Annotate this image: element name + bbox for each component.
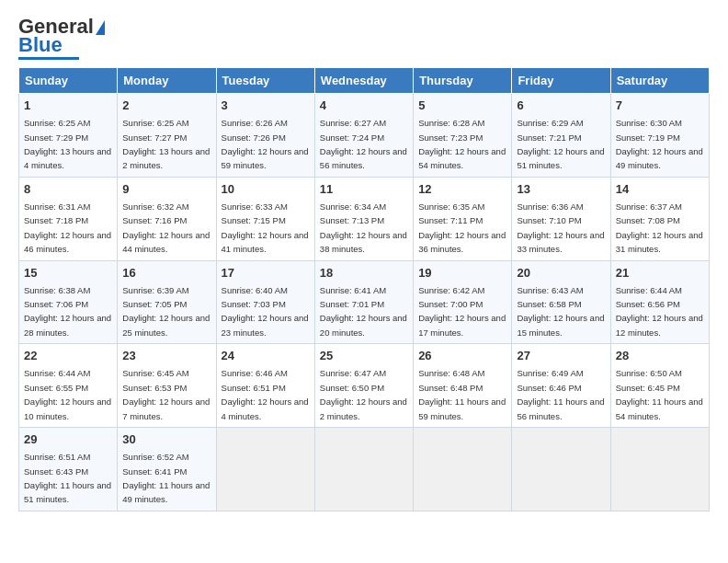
day-number: 10 [222, 181, 310, 198]
day-number: 25 [320, 348, 408, 364]
calendar-cell: 13 Sunrise: 6:36 AMSunset: 7:10 PMDaylig… [512, 177, 610, 260]
day-number: 9 [122, 181, 210, 198]
day-info: Sunrise: 6:49 AMSunset: 6:46 PMDaylight:… [517, 368, 604, 420]
calendar-cell: 19 Sunrise: 6:42 AMSunset: 7:00 PMDaylig… [414, 260, 512, 344]
day-number: 7 [616, 98, 704, 114]
day-number: 19 [418, 265, 506, 282]
day-number: 5 [418, 98, 506, 114]
calendar-cell: 4 Sunrise: 6:27 AMSunset: 7:24 PMDayligh… [314, 94, 413, 178]
calendar-cell: 2 Sunrise: 6:25 AMSunset: 7:27 PMDayligh… [118, 94, 216, 178]
day-info: Sunrise: 6:25 AMSunset: 7:27 PMDaylight:… [122, 118, 210, 170]
calendar-cell: 17 Sunrise: 6:40 AMSunset: 7:03 PMDaylig… [216, 260, 314, 344]
calendar-cell: 10 Sunrise: 6:33 AMSunset: 7:15 PMDaylig… [216, 177, 314, 260]
calendar-cell: 25 Sunrise: 6:47 AMSunset: 6:50 PMDaylig… [314, 344, 413, 428]
day-info: Sunrise: 6:50 AMSunset: 6:45 PMDaylight:… [616, 368, 703, 420]
day-info: Sunrise: 6:42 AMSunset: 7:00 PMDaylight:… [418, 285, 506, 338]
calendar-cell: 5 Sunrise: 6:28 AMSunset: 7:23 PMDayligh… [414, 94, 512, 178]
calendar-cell: 6 Sunrise: 6:29 AMSunset: 7:21 PMDayligh… [512, 94, 610, 178]
day-info: Sunrise: 6:34 AMSunset: 7:13 PMDaylight:… [320, 201, 407, 254]
day-info: Sunrise: 6:36 AMSunset: 7:10 PMDaylight:… [517, 201, 604, 254]
day-info: Sunrise: 6:33 AMSunset: 7:15 PMDaylight:… [222, 201, 309, 254]
col-header-wednesday: Wednesday [314, 68, 413, 94]
day-info: Sunrise: 6:48 AMSunset: 6:48 PMDaylight:… [418, 368, 506, 420]
day-number: 22 [24, 348, 112, 364]
calendar-cell: 16 Sunrise: 6:39 AMSunset: 7:05 PMDaylig… [118, 260, 216, 344]
day-number: 8 [24, 181, 112, 198]
day-info: Sunrise: 6:28 AMSunset: 7:23 PMDaylight:… [418, 118, 506, 170]
day-number: 29 [24, 431, 112, 448]
day-number: 27 [517, 348, 605, 364]
calendar-cell: 8 Sunrise: 6:31 AMSunset: 7:18 PMDayligh… [19, 177, 118, 260]
calendar-cell: 23 Sunrise: 6:45 AMSunset: 6:53 PMDaylig… [118, 344, 216, 428]
day-number: 14 [616, 181, 704, 198]
col-header-monday: Monday [118, 68, 216, 94]
calendar-cell: 28 Sunrise: 6:50 AMSunset: 6:45 PMDaylig… [610, 344, 709, 428]
day-number: 3 [222, 98, 310, 114]
day-number: 4 [320, 98, 408, 114]
calendar-cell: 24 Sunrise: 6:46 AMSunset: 6:51 PMDaylig… [216, 344, 314, 428]
day-info: Sunrise: 6:46 AMSunset: 6:51 PMDaylight:… [222, 368, 309, 420]
day-info: Sunrise: 6:29 AMSunset: 7:21 PMDaylight:… [517, 118, 604, 170]
day-number: 28 [616, 348, 704, 364]
calendar-cell: 3 Sunrise: 6:26 AMSunset: 7:26 PMDayligh… [216, 94, 314, 178]
calendar-cell [414, 428, 512, 511]
calendar-cell [610, 428, 709, 511]
day-number: 26 [418, 348, 506, 364]
week-row-2: 8 Sunrise: 6:31 AMSunset: 7:18 PMDayligh… [19, 177, 710, 260]
day-info: Sunrise: 6:26 AMSunset: 7:26 PMDaylight:… [222, 118, 309, 170]
day-info: Sunrise: 6:51 AMSunset: 6:43 PMDaylight:… [24, 452, 111, 504]
day-info: Sunrise: 6:25 AMSunset: 7:29 PMDaylight:… [24, 118, 111, 170]
week-row-5: 29 Sunrise: 6:51 AMSunset: 6:43 PMDaylig… [19, 428, 710, 511]
calendar-cell: 21 Sunrise: 6:44 AMSunset: 6:56 PMDaylig… [610, 260, 709, 344]
calendar-cell: 26 Sunrise: 6:48 AMSunset: 6:48 PMDaylig… [414, 344, 512, 428]
calendar-cell: 27 Sunrise: 6:49 AMSunset: 6:46 PMDaylig… [512, 344, 610, 428]
col-header-saturday: Saturday [610, 68, 709, 94]
calendar-cell: 18 Sunrise: 6:41 AMSunset: 7:01 PMDaylig… [314, 260, 413, 344]
day-info: Sunrise: 6:35 AMSunset: 7:11 PMDaylight:… [418, 201, 506, 254]
day-info: Sunrise: 6:30 AMSunset: 7:19 PMDaylight:… [616, 118, 703, 170]
day-info: Sunrise: 6:38 AMSunset: 7:06 PMDaylight:… [24, 285, 111, 338]
calendar-cell: 1 Sunrise: 6:25 AMSunset: 7:29 PMDayligh… [19, 94, 118, 178]
day-number: 30 [122, 431, 210, 448]
day-number: 20 [517, 265, 605, 282]
header: General Blue [18, 15, 710, 60]
day-number: 2 [122, 98, 210, 114]
day-number: 16 [122, 265, 210, 282]
calendar-cell: 20 Sunrise: 6:43 AMSunset: 6:58 PMDaylig… [512, 260, 610, 344]
logo: General Blue [18, 15, 105, 60]
calendar-cell [512, 428, 610, 511]
calendar-cell: 7 Sunrise: 6:30 AMSunset: 7:19 PMDayligh… [610, 94, 709, 178]
day-number: 11 [320, 181, 408, 198]
day-number: 18 [320, 265, 408, 282]
col-header-friday: Friday [512, 68, 610, 94]
calendar-cell [216, 428, 314, 511]
calendar-cell [314, 428, 413, 511]
week-row-4: 22 Sunrise: 6:44 AMSunset: 6:55 PMDaylig… [19, 344, 710, 428]
day-info: Sunrise: 6:47 AMSunset: 6:50 PMDaylight:… [320, 368, 407, 420]
calendar-cell: 15 Sunrise: 6:38 AMSunset: 7:06 PMDaylig… [19, 260, 118, 344]
day-info: Sunrise: 6:44 AMSunset: 6:55 PMDaylight:… [24, 368, 111, 420]
day-info: Sunrise: 6:39 AMSunset: 7:05 PMDaylight:… [122, 285, 210, 338]
day-number: 6 [517, 98, 605, 114]
calendar-cell: 14 Sunrise: 6:37 AMSunset: 7:08 PMDaylig… [610, 177, 709, 260]
day-number: 15 [24, 265, 112, 282]
week-row-1: 1 Sunrise: 6:25 AMSunset: 7:29 PMDayligh… [19, 94, 710, 178]
day-number: 1 [24, 98, 112, 114]
calendar-cell: 30 Sunrise: 6:52 AMSunset: 6:41 PMDaylig… [118, 428, 216, 511]
week-row-3: 15 Sunrise: 6:38 AMSunset: 7:06 PMDaylig… [19, 260, 710, 344]
col-header-thursday: Thursday [414, 68, 512, 94]
calendar-cell: 22 Sunrise: 6:44 AMSunset: 6:55 PMDaylig… [19, 344, 118, 428]
day-number: 24 [222, 348, 310, 364]
day-number: 17 [222, 265, 310, 282]
day-info: Sunrise: 6:32 AMSunset: 7:16 PMDaylight:… [122, 201, 210, 254]
day-info: Sunrise: 6:43 AMSunset: 6:58 PMDaylight:… [517, 285, 604, 338]
day-number: 12 [418, 181, 506, 198]
calendar-cell: 12 Sunrise: 6:35 AMSunset: 7:11 PMDaylig… [414, 177, 512, 260]
day-info: Sunrise: 6:52 AMSunset: 6:41 PMDaylight:… [122, 452, 210, 504]
col-header-sunday: Sunday [19, 68, 118, 94]
day-number: 13 [517, 181, 605, 198]
day-info: Sunrise: 6:37 AMSunset: 7:08 PMDaylight:… [616, 201, 703, 254]
calendar-cell: 11 Sunrise: 6:34 AMSunset: 7:13 PMDaylig… [314, 177, 413, 260]
calendar-cell: 9 Sunrise: 6:32 AMSunset: 7:16 PMDayligh… [118, 177, 216, 260]
day-info: Sunrise: 6:41 AMSunset: 7:01 PMDaylight:… [320, 285, 407, 338]
